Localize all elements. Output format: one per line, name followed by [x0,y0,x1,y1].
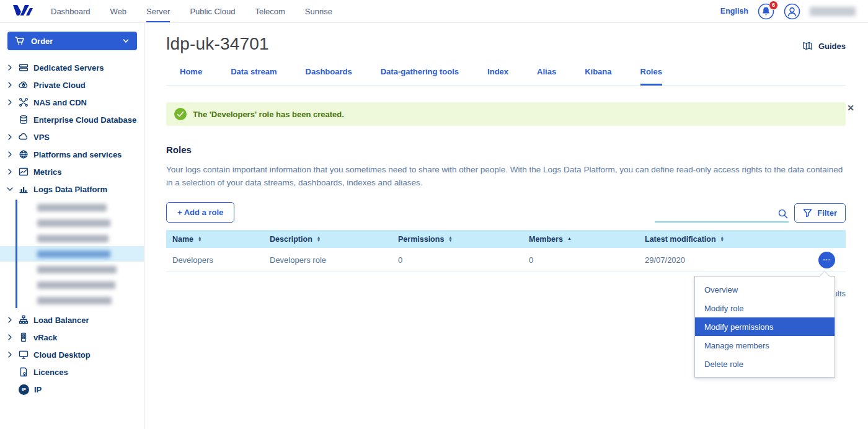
tab-home[interactable]: Home [180,61,202,86]
sort-icon: ▲▼ [448,236,452,242]
topnav-item-telecom[interactable]: Telecom [255,0,285,22]
sort-icon: ▲▼ [720,236,724,242]
logs-data-platform-subtree [0,200,144,308]
sidebar-item-label: Dedicated Servers [33,63,104,73]
tab-data-gathering-tools[interactable]: Data-gathering tools [381,61,459,86]
tab-index[interactable]: Index [487,61,508,86]
sidebar-subitem-redacted[interactable] [0,262,144,277]
column-header-members[interactable]: Members▲ [529,235,645,244]
topnav-item-server[interactable]: Server [146,0,170,22]
main-content: ldp-uk-34701 Guides Home Data stream Das… [144,23,868,429]
sidebar-item-vrack[interactable]: vRack [0,329,144,346]
column-header-name[interactable]: Name▲▼ [172,235,270,244]
globe-icon [19,149,29,159]
sidebar-item-label: NAS and CDN [33,98,87,107]
rack-icon [19,332,29,342]
page-title: ldp-uk-34701 [166,34,269,54]
sidebar-item-platforms-and-services[interactable]: Platforms and services [0,146,144,163]
ovh-logo[interactable] [11,0,35,22]
sidebar-item-label: Logs Data Platform [33,185,107,194]
sidebar-item-logs-data-platform[interactable]: Logs Data Platform [0,180,144,198]
column-header-latest-modification[interactable]: Latest modification▲▼ [645,235,800,244]
column-label: Permissions [398,235,444,244]
sidebar-item-cloud-desktop[interactable]: Cloud Desktop [0,346,144,363]
redacted-text [37,250,110,258]
success-check-icon [174,108,187,120]
tab-alias[interactable]: Alias [537,61,556,86]
notification-badge: 6 [769,1,778,10]
guides-button[interactable]: Guides [802,38,846,54]
tab-dashboards[interactable]: Dashboards [306,61,352,86]
sidebar-item-label: Load Balancer [33,316,89,325]
roles-toolbar: + Add a role Filter [166,202,846,223]
sidebar-subitem-redacted-selected[interactable] [0,246,144,262]
column-header-permissions[interactable]: Permissions▲▼ [398,235,529,244]
tab-roles[interactable]: Roles [640,61,662,86]
menu-item-overview[interactable]: Overview [695,280,835,299]
row-actions-button[interactable]: ... [818,252,835,268]
sidebar-item-label: Enterprise Cloud Database [33,115,136,125]
sidebar-item-vps[interactable]: VPS [0,128,144,146]
topnav-items: Dashboard Web Server Public Cloud Teleco… [51,0,332,22]
account-username-redacted[interactable] [810,7,856,16]
column-label: Members [529,235,563,244]
topnav-item-web[interactable]: Web [110,0,127,22]
sidebar-item-dedicated-servers[interactable]: Dedicated Servers [0,59,144,76]
guides-book-icon [802,41,813,51]
search-icon[interactable] [777,208,789,219]
menu-item-modify-role[interactable]: Modify role [695,299,835,317]
licence-document-icon [19,367,29,377]
column-label: Name [172,235,193,244]
user-icon [784,3,800,20]
monitor-icon [19,350,29,360]
topnav-item-public-cloud[interactable]: Public Cloud [190,0,235,22]
filter-button[interactable]: Filter [794,203,846,223]
sidebar-item-label: Cloud Desktop [33,350,91,360]
sidebar-item-label: IP [34,385,42,394]
sidebar-item-licences[interactable]: Licences [0,363,144,381]
cell-latest-modification: 29/07/2020 [645,255,800,265]
sort-icon: ▲▼ [317,236,321,242]
database-icon [19,115,29,125]
cell-name: Developers [172,255,270,265]
cell-description: Developers role [270,255,398,265]
language-selector[interactable]: English [720,7,748,15]
search-input[interactable] [655,210,777,219]
private-cloud-icon [19,80,29,90]
metrics-chart-icon [19,167,29,177]
chevron-right-icon [6,81,14,89]
sidebar-item-metrics[interactable]: Metrics [0,163,144,180]
sidebar-item-load-balancer[interactable]: Load Balancer [0,311,144,329]
sidebar-subitem-redacted[interactable] [0,200,144,215]
sidebar-item-enterprise-cloud-database[interactable]: Enterprise Cloud Database [0,111,144,128]
chevron-right-icon [6,151,14,158]
sidebar-subitem-redacted[interactable] [0,215,144,231]
ovh-logo-icon [11,3,35,19]
topnav-right: English 6 [720,0,856,22]
close-icon[interactable]: ✕ [847,103,854,113]
sidebar-item-nas-and-cdn[interactable]: NAS and CDN [0,94,144,111]
add-role-button[interactable]: + Add a role [166,202,234,223]
sidebar-item-private-cloud[interactable]: Private Cloud [0,76,144,94]
topnav-item-sunrise[interactable]: Sunrise [305,0,332,22]
topnav-item-dashboard[interactable]: Dashboard [51,0,91,22]
sidebar-subitem-redacted[interactable] [0,277,144,293]
order-button-label: Order [31,37,53,46]
sidebar-item-label: Platforms and services [33,150,122,159]
tab-data-stream[interactable]: Data stream [231,61,277,86]
notifications-button[interactable]: 6 [758,3,774,20]
menu-item-modify-permissions[interactable]: Modify permissions [695,317,835,336]
account-button[interactable] [784,3,800,20]
section-heading: Roles [166,144,846,155]
sidebar-subitem-redacted[interactable] [0,293,144,308]
redacted-text [37,281,115,289]
chevron-right-icon [6,316,14,324]
table-header-row: Name▲▼ Description▲▼ Permissions▲▼ Membe… [166,230,846,248]
sidebar-item-ip[interactable]: IP IP [0,381,144,399]
column-header-description[interactable]: Description▲▼ [270,235,398,244]
sidebar-subitem-redacted[interactable] [0,231,144,246]
menu-item-delete-role[interactable]: Delete role [695,355,835,373]
menu-item-manage-members[interactable]: Manage members [695,336,835,355]
tab-kibana[interactable]: Kibana [585,61,611,86]
order-button[interactable]: Order [7,32,137,50]
